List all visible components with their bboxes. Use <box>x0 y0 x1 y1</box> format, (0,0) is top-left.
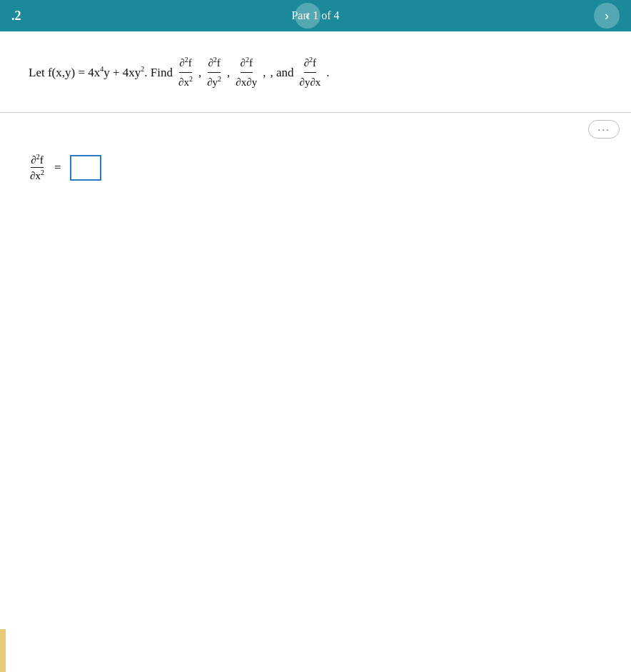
fraction-d2f-dx2: ∂2f ∂x2 <box>178 54 193 91</box>
next-button[interactable]: › <box>594 3 620 29</box>
frac-denom-1: ∂x2 <box>178 73 193 91</box>
frac-denom-2: ∂y2 <box>207 73 221 91</box>
comma-3: , <box>263 63 266 82</box>
fraction-d2f-dydx: ∂2f ∂y∂x <box>299 54 320 91</box>
fraction-d2f-dy2: ∂2f ∂y2 <box>207 54 221 91</box>
frac-numer-4: ∂2f <box>304 54 316 73</box>
exp1: 4 <box>100 65 104 73</box>
fraction-d2f-dxdy: ∂2f ∂x∂y <box>236 54 257 91</box>
exp2: 2 <box>141 65 144 73</box>
more-options-row: ··· <box>0 113 631 139</box>
question-text: Let f(x,y) = 4x4y + 4xy2. Find ∂2f ∂x2 ,… <box>29 54 602 91</box>
more-options-button[interactable]: ··· <box>588 120 620 139</box>
section-label: .2 <box>11 9 21 24</box>
question-prefix: Let f(x,y) = 4x4y + 4xy2. Find <box>29 63 173 82</box>
header-right: › <box>594 3 620 29</box>
frac-numer-1: ∂2f <box>179 54 191 73</box>
comma-2: , <box>227 63 230 82</box>
comma-1: , <box>198 63 201 82</box>
answer-section: ∂2f ∂x2 = <box>0 139 631 196</box>
part-indicator: Part 1 of 4 <box>291 9 339 22</box>
next-icon: › <box>605 9 609 24</box>
header: .2 ‹ Part 1 of 4 › <box>0 0 631 31</box>
frac-numer-2: ∂2f <box>208 54 220 73</box>
question-block: Let f(x,y) = 4x4y + 4xy2. Find ∂2f ∂x2 ,… <box>0 31 631 105</box>
answer-input[interactable] <box>70 155 101 181</box>
frac-denom-4: ∂y∂x <box>299 73 320 91</box>
frac-numer-3: ∂2f <box>241 54 253 73</box>
answer-fraction-label: ∂2f ∂x2 <box>30 153 44 182</box>
equals-sign: = <box>54 161 61 175</box>
main-content: Let f(x,y) = 4x4y + 4xy2. Find ∂2f ∂x2 ,… <box>0 31 631 672</box>
answer-frac-denom: ∂x2 <box>30 168 44 182</box>
and-text: , and <box>270 63 293 82</box>
answer-frac-numer: ∂2f <box>31 153 43 168</box>
side-accent-bar <box>0 629 6 672</box>
period: . <box>326 63 329 82</box>
frac-denom-3: ∂x∂y <box>236 73 257 91</box>
